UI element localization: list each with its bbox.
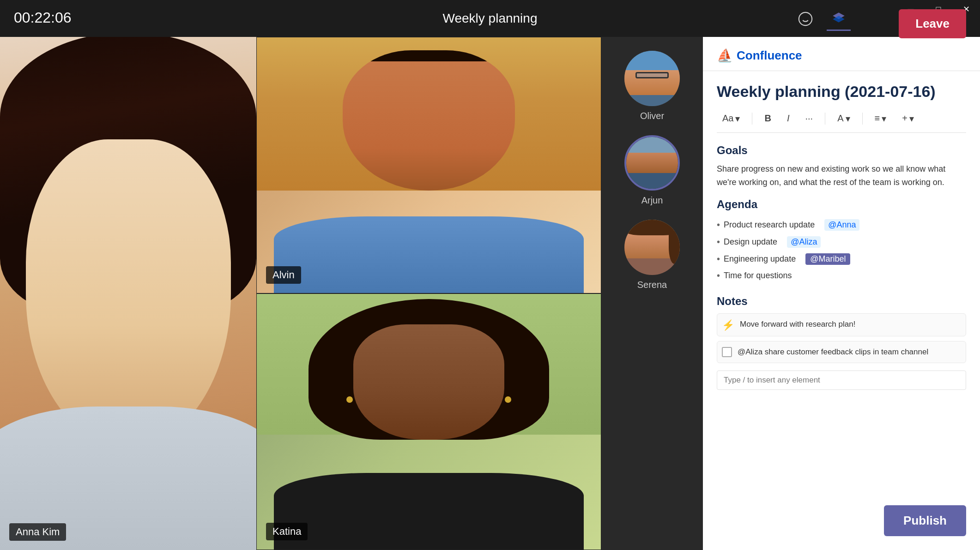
goals-text: Share progress on new and existing work … <box>717 162 966 189</box>
note-item-2: @Aliza share customer feedback clips in … <box>717 341 966 363</box>
note-text-2: @Aliza share customer feedback clips in … <box>738 346 928 358</box>
emoji-reactions-icon[interactable] <box>793 7 817 31</box>
katina-label: Katina <box>266 523 308 540</box>
insert-btn[interactable]: + ▾ <box>896 110 920 127</box>
agenda-item-3: Engineering update @Maribel <box>717 251 966 268</box>
checkbox-1[interactable] <box>722 347 732 357</box>
leave-button[interactable]: Leave <box>899 9 966 38</box>
alvin-video: Alvin <box>256 37 601 293</box>
participant-oliver: Oliver <box>624 51 680 121</box>
main-video-bg <box>0 37 256 550</box>
oliver-avatar <box>624 51 680 106</box>
participant-sidebar: Oliver Arjun Serena <box>601 37 703 550</box>
toolbar-sep-1 <box>752 113 752 125</box>
agenda-item-2-text: Design update <box>724 237 777 247</box>
bold-btn[interactable]: B <box>759 110 776 126</box>
text-color-btn[interactable]: A ▾ <box>832 110 855 127</box>
confluence-icon[interactable] <box>827 7 851 31</box>
more-formatting-btn[interactable]: ··· <box>799 110 818 126</box>
agenda-item-1-text: Product research update <box>724 220 815 230</box>
participant-serena: Serena <box>624 220 680 290</box>
main-video: Anna Kim <box>0 37 256 550</box>
agenda-item-1-mention[interactable]: @Anna <box>824 219 859 231</box>
action-icon: ⚡ <box>722 319 734 331</box>
serena-avatar <box>624 220 680 275</box>
italic-btn[interactable]: I <box>781 110 795 126</box>
doc-title: Weekly planning (2021-07-16) <box>717 82 966 101</box>
arjun-name: Arjun <box>641 195 663 206</box>
serena-name: Serena <box>637 280 667 290</box>
svg-point-0 <box>799 12 812 25</box>
alvin-label: Alvin <box>266 266 301 284</box>
confluence-panel: ⛵ Confluence Weekly planning (2021-07-16… <box>703 37 980 550</box>
video-grid: Alvin <box>256 37 601 550</box>
agenda-item-3-mention[interactable]: @Maribel <box>805 253 850 265</box>
list-btn[interactable]: ≡ ▾ <box>869 110 892 127</box>
arjun-avatar <box>624 135 680 191</box>
window-title: Weekly planning <box>443 11 538 26</box>
formatting-toolbar: Aa ▾ B I ··· A ▾ ≡ ▾ + ▾ <box>717 110 966 133</box>
publish-button[interactable]: Publish <box>884 505 966 536</box>
note-item-1: ⚡ Move forward with research plan! <box>717 313 966 336</box>
notes-heading: Notes <box>717 295 966 308</box>
confluence-header: ⛵ Confluence <box>703 37 980 71</box>
agenda-heading: Agenda <box>717 198 966 211</box>
agenda-list: Product research update @Anna Design upd… <box>717 216 966 284</box>
oliver-name: Oliver <box>640 111 664 121</box>
agenda-item-2-mention[interactable]: @Aliza <box>787 236 821 248</box>
notes-section: ⚡ Move forward with research plan! @Aliz… <box>717 313 966 390</box>
agenda-item-1: Product research update @Anna <box>717 216 966 233</box>
agenda-item-3-text: Engineering update <box>724 254 796 264</box>
confluence-app-name: Confluence <box>737 48 802 63</box>
toolbar-sep-2 <box>825 113 825 125</box>
confluence-body: Weekly planning (2021-07-16) Aa ▾ B I ··… <box>703 71 980 550</box>
confluence-logo: ⛵ Confluence <box>717 48 966 63</box>
note-text-1: Move forward with research plan! <box>740 318 855 330</box>
agenda-item-4: Time for questions <box>717 268 966 284</box>
anna-kim-label: Anna Kim <box>9 523 66 541</box>
participant-arjun: Arjun <box>624 135 680 206</box>
toolbar-sep-3 <box>862 113 863 125</box>
font-size-btn[interactable]: Aa ▾ <box>717 110 745 127</box>
type-input[interactable] <box>717 371 966 390</box>
confluence-logo-icon: ⛵ <box>717 48 733 63</box>
call-timer: 00:22:06 <box>14 9 72 26</box>
agenda-item-4-text: Time for questions <box>724 271 792 281</box>
top-toolbar <box>793 7 851 31</box>
goals-heading: Goals <box>717 144 966 157</box>
katina-video: Katina <box>256 293 601 550</box>
agenda-item-2: Design update @Aliza <box>717 233 966 251</box>
main-content: Anna Kim Alvin <box>0 37 980 550</box>
